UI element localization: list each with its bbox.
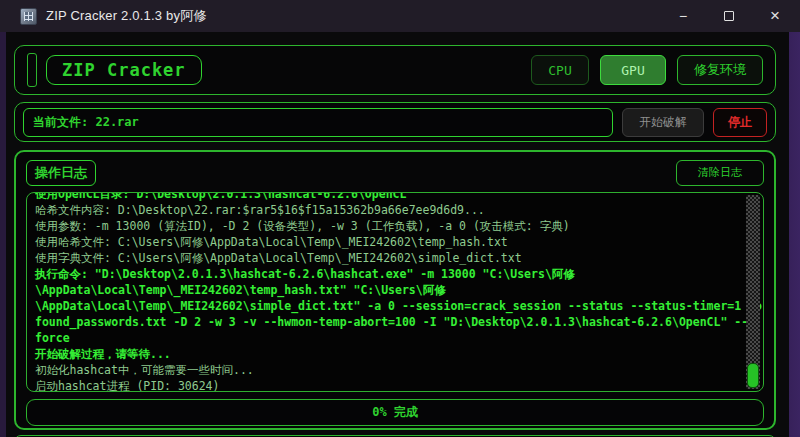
current-file-panel: 当前文件: 22.rar 开始破解 停止 (14, 102, 776, 142)
log-line: 执行命令: "D:\Desktop\2.0.1.3\hashcat-6.2.6\… (35, 266, 741, 282)
current-file-field[interactable]: 当前文件: 22.rar (23, 108, 613, 137)
minimize-icon: − (679, 8, 687, 24)
log-scrollbar[interactable] (746, 195, 760, 389)
clear-log-button[interactable]: 清除日志 (676, 160, 764, 186)
log-header: 操作日志 清除日志 (26, 159, 764, 186)
window-title: ZIP Cracker 2.0.1.3 by阿修 (46, 7, 207, 25)
log-output-area[interactable]: 使用OpenCL目录: D:\Desktop\2.0.1.3\hashcat-6… (26, 192, 764, 392)
progress-bar: 0% 完成 (26, 399, 764, 426)
cpu-mode-button[interactable]: CPU (531, 55, 589, 85)
start-crack-button[interactable]: 开始破解 (622, 108, 704, 137)
log-title: 操作日志 (26, 160, 96, 186)
log-panel: 操作日志 清除日志 使用OpenCL目录: D:\Desktop\2.0.1.3… (14, 150, 776, 430)
app-logo: ZIP Cracker (46, 55, 202, 85)
log-line: \AppData\Local\Temp\_MEI242602\simple_di… (35, 298, 741, 314)
app-window: ZIP Cracker 2.0.1.3 by阿修 − × ZIP Cracker… (0, 0, 800, 437)
close-icon: × (770, 6, 780, 26)
titlebar: ZIP Cracker 2.0.1.3 by阿修 − × (0, 0, 800, 32)
logo-bar-icon (27, 53, 37, 87)
log-line: 使用字典文件: C:\Users\阿修\AppData\Local\Temp\_… (35, 250, 741, 266)
close-button[interactable]: × (752, 0, 798, 32)
maximize-icon (724, 11, 734, 21)
log-line: 哈希文件内容: D:\Desktop\22.rar:$rar5$16$f15a1… (35, 202, 741, 218)
app-icon (20, 8, 37, 25)
log-line: \AppData\Local\Temp\_MEI242602\temp_hash… (35, 282, 741, 298)
log-line: 使用OpenCL目录: D:\Desktop\2.0.1.3\hashcat-6… (35, 192, 741, 202)
header-panel: ZIP Cracker CPU GPU 修复环境 (14, 45, 776, 95)
minimize-button[interactable]: − (660, 0, 706, 32)
log-line: 开始破解过程，请等待... (35, 346, 741, 362)
log-line: force (35, 330, 741, 346)
log-scrollbar-thumb[interactable] (747, 363, 759, 388)
maximize-button[interactable] (706, 0, 752, 32)
log-line: found_passwords.txt -D 2 -w 3 -v --hwmon… (35, 314, 741, 330)
log-line: 初始化hashcat中，可能需要一些时间... (35, 362, 741, 378)
log-lines: 使用OpenCL目录: D:\Desktop\2.0.1.3\hashcat-6… (35, 192, 741, 392)
log-line: 使用哈希文件: C:\Users\阿修\AppData\Local\Temp\_… (35, 234, 741, 250)
gpu-mode-button[interactable]: GPU (600, 55, 666, 85)
main-content: ZIP Cracker CPU GPU 修复环境 当前文件: 22.rar 开始… (0, 32, 800, 437)
log-line: 启动hashcat进程 (PID: 30624) (35, 378, 741, 392)
repair-environment-button[interactable]: 修复环境 (677, 55, 763, 85)
log-line: 使用参数: -m 13000 (算法ID), -D 2 (设备类型), -w 3… (35, 218, 741, 234)
stop-button[interactable]: 停止 (713, 108, 767, 137)
